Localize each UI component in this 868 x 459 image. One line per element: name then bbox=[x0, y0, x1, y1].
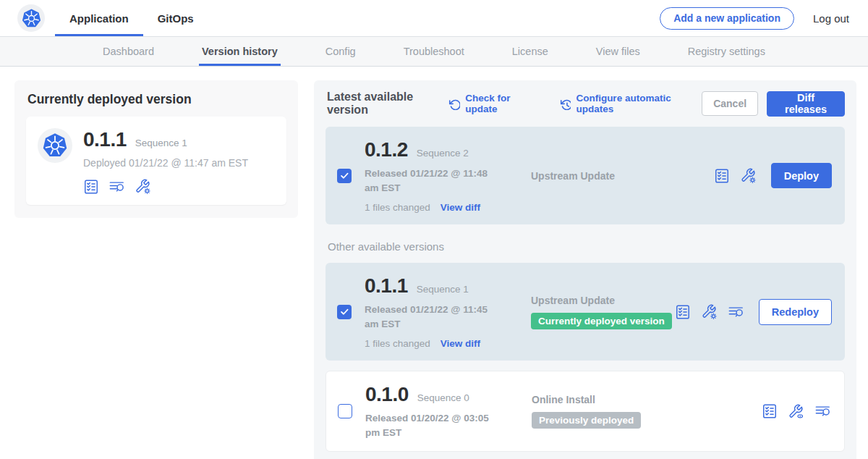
version-number: 0.1.1 bbox=[365, 274, 408, 298]
sequence-label: Sequence 0 bbox=[417, 392, 469, 403]
checkmark-icon bbox=[339, 306, 350, 317]
top-nav: Application GitOps Add a new application… bbox=[0, 0, 868, 36]
view-diff-link[interactable]: View diff bbox=[441, 202, 480, 213]
deploy-button[interactable]: Deploy bbox=[771, 163, 832, 188]
released-date: Released 01/21/22 @ 11:45 am EST bbox=[365, 303, 501, 331]
view-config-icon[interactable] bbox=[788, 403, 804, 420]
deployed-version-card: 0.1.1 Sequence 1 Deployed 01/21/22 @ 11:… bbox=[26, 117, 286, 205]
logout-button[interactable]: Log out bbox=[813, 12, 849, 25]
version-checkbox[interactable] bbox=[338, 404, 352, 418]
version-card: 0.1.2 Sequence 2 Released 01/21/22 @ 11:… bbox=[326, 127, 845, 224]
version-checkbox[interactable] bbox=[337, 305, 352, 319]
edit-config-icon[interactable] bbox=[135, 178, 151, 195]
check-for-update-link[interactable]: Check for update bbox=[448, 93, 539, 114]
refresh-icon bbox=[448, 98, 460, 110]
version-number: 0.1.0 bbox=[365, 383, 409, 406]
tab-gitops[interactable]: GitOps bbox=[143, 0, 208, 36]
currently-deployed-panel: Currently deployed version 0.1.1 Sequenc… bbox=[14, 80, 298, 218]
tab-license[interactable]: License bbox=[509, 37, 551, 66]
cancel-button[interactable]: Cancel bbox=[702, 91, 758, 116]
version-number: 0.1.2 bbox=[365, 138, 408, 161]
edit-config-icon[interactable] bbox=[740, 167, 757, 184]
checkmark-icon bbox=[339, 170, 350, 181]
kubernetes-wheel-icon bbox=[41, 131, 69, 160]
available-versions-header: Latest available version Check for updat… bbox=[326, 90, 845, 117]
configure-automatic-updates-label: Configure automatic updates bbox=[576, 93, 702, 114]
version-source-label: Online Install bbox=[532, 394, 595, 405]
latest-available-title: Latest available version bbox=[327, 90, 448, 117]
deployed-sequence-label: Sequence 1 bbox=[135, 138, 187, 148]
status-badge: Previously deployed bbox=[532, 412, 641, 429]
scheduled-update-icon bbox=[560, 98, 571, 110]
deploy-logs-icon[interactable] bbox=[728, 304, 744, 320]
tab-view-files[interactable]: View files bbox=[593, 37, 643, 66]
tab-dashboard[interactable]: Dashboard bbox=[100, 37, 157, 66]
add-new-application-button[interactable]: Add a new application bbox=[660, 7, 794, 30]
app-logo bbox=[38, 128, 72, 163]
app-sub-nav: Dashboard Version history Config Trouble… bbox=[0, 36, 868, 67]
released-date: Released 01/21/22 @ 11:48 am EST bbox=[365, 167, 501, 195]
currently-deployed-title: Currently deployed version bbox=[27, 92, 286, 107]
tab-gitops-label: GitOps bbox=[158, 12, 194, 25]
preflight-checks-icon[interactable] bbox=[714, 168, 730, 184]
view-diff-link[interactable]: View diff bbox=[441, 338, 480, 349]
status-badge: Currently deployed version bbox=[531, 313, 672, 329]
preflight-checks-icon[interactable] bbox=[762, 403, 778, 419]
check-for-update-label: Check for update bbox=[465, 93, 539, 114]
kubernetes-wheel-icon bbox=[20, 7, 43, 30]
sequence-label: Sequence 1 bbox=[417, 284, 469, 295]
diff-releases-button[interactable]: Diff releases bbox=[767, 91, 845, 117]
kubernetes-logo bbox=[17, 4, 45, 32]
deployed-date: Deployed 01/21/22 @ 11:47 am EST bbox=[83, 157, 248, 169]
tab-application[interactable]: Application bbox=[55, 0, 143, 36]
configure-automatic-updates-link[interactable]: Configure automatic updates bbox=[560, 93, 702, 114]
version-source-label: Upstream Update bbox=[531, 170, 615, 182]
tab-version-history[interactable]: Version history bbox=[199, 37, 281, 66]
redeploy-button[interactable]: Redeploy bbox=[759, 299, 832, 325]
tab-config[interactable]: Config bbox=[323, 37, 359, 66]
sequence-label: Sequence 2 bbox=[417, 148, 469, 159]
version-card: 0.1.1 Sequence 1 Released 01/21/22 @ 11:… bbox=[326, 263, 845, 361]
tab-registry-settings[interactable]: Registry settings bbox=[685, 37, 768, 66]
available-versions-panel: Latest available version Check for updat… bbox=[314, 80, 856, 459]
released-date: Released 01/20/22 @ 03:05 pm EST bbox=[365, 411, 501, 439]
edit-config-icon[interactable] bbox=[701, 303, 718, 320]
files-changed-label: 1 files changed bbox=[365, 202, 430, 213]
version-checkbox[interactable] bbox=[337, 169, 352, 183]
deploy-logs-icon[interactable] bbox=[814, 403, 831, 419]
version-card: 0.1.0 Sequence 0 Released 01/20/22 @ 03:… bbox=[326, 371, 845, 452]
deployed-version-number: 0.1.1 bbox=[83, 128, 127, 151]
files-changed-label: 1 files changed bbox=[365, 338, 430, 349]
main-content: Currently deployed version 0.1.1 Sequenc… bbox=[0, 67, 868, 459]
preflight-checks-icon[interactable] bbox=[83, 179, 99, 195]
preflight-checks-icon[interactable] bbox=[675, 304, 691, 320]
tab-troubleshoot[interactable]: Troubleshoot bbox=[401, 37, 467, 66]
other-available-versions-label: Other available versions bbox=[328, 240, 845, 253]
deploy-logs-icon[interactable] bbox=[109, 179, 125, 195]
tab-application-label: Application bbox=[69, 12, 129, 25]
version-source-label: Upstream Update bbox=[531, 295, 615, 306]
